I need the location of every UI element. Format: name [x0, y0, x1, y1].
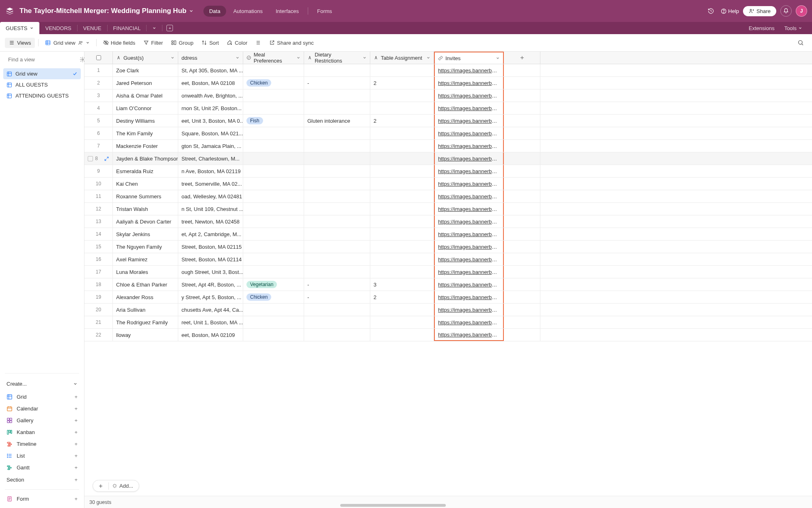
- cell-table[interactable]: [370, 241, 434, 253]
- cell-invites[interactable]: https://images.bannerbea...: [434, 140, 504, 152]
- row-number[interactable]: 15: [84, 241, 113, 253]
- table-row[interactable]: 14 Skylar Jenkins et, Apt 2, Cambridge, …: [84, 228, 812, 241]
- table-row[interactable]: 1 Zoe Clark St, Apt 305, Boston, MA ... …: [84, 64, 812, 77]
- cell-guest[interactable]: The Kim Family: [113, 127, 178, 139]
- cell-guest[interactable]: Mackenzie Foster: [113, 140, 178, 152]
- invite-link[interactable]: https://images.bannerbea...: [438, 269, 500, 275]
- add-record-floating[interactable]: Add...: [93, 480, 139, 492]
- cell-diet[interactable]: [304, 190, 370, 202]
- cell-meal[interactable]: [243, 316, 304, 328]
- cell-diet[interactable]: [304, 64, 370, 76]
- row-number[interactable]: 7: [84, 140, 113, 152]
- table-row[interactable]: 7 Mackenzie Foster gton St, Jamaica Plai…: [84, 140, 812, 152]
- col-table[interactable]: Table Assignment: [370, 52, 434, 64]
- cell-table[interactable]: [370, 190, 434, 202]
- table-row[interactable]: 2 Jared Peterson eet, Boston, MA 02108 C…: [84, 77, 812, 89]
- cell-meal[interactable]: [243, 89, 304, 102]
- tools-button[interactable]: Tools: [780, 22, 807, 34]
- help-button[interactable]: Help: [721, 8, 739, 14]
- table-row[interactable]: 18 Chloe & Ethan Parker Street, Apt 4R, …: [84, 278, 812, 291]
- cell-meal[interactable]: [243, 215, 304, 228]
- view-item[interactable]: Grid view: [3, 68, 81, 79]
- cell-diet[interactable]: [304, 140, 370, 152]
- cell-guest[interactable]: Skylar Jenkins: [113, 228, 178, 240]
- col-meal[interactable]: Meal Preferences: [243, 52, 304, 64]
- extensions-button[interactable]: Extensions: [744, 22, 780, 34]
- table-row[interactable]: 16 Axel Ramirez Street, Boston, MA 02114…: [84, 253, 812, 266]
- cell-guest[interactable]: Axel Ramirez: [113, 253, 178, 265]
- cell-meal[interactable]: [243, 178, 304, 190]
- cell-diet[interactable]: [304, 203, 370, 215]
- cell-table[interactable]: [370, 253, 434, 265]
- create-timeline[interactable]: Timeline+: [4, 438, 80, 450]
- invite-link[interactable]: https://images.bannerbea...: [438, 93, 500, 99]
- cell-table[interactable]: [370, 215, 434, 228]
- cell-meal[interactable]: [243, 266, 304, 278]
- row-number[interactable]: 18: [84, 278, 113, 291]
- invite-link[interactable]: https://images.bannerbea...: [438, 219, 500, 225]
- user-avatar[interactable]: J: [796, 5, 807, 17]
- cell-address[interactable]: Street, Boston, MA 02115: [178, 241, 243, 253]
- cell-address[interactable]: gton St, Jamaica Plain, ...: [178, 140, 243, 152]
- cell-invites[interactable]: https://images.bannerbea...: [434, 253, 504, 265]
- col-invites[interactable]: Invites: [434, 52, 504, 64]
- expand-icon[interactable]: [104, 156, 109, 161]
- nav-automations[interactable]: Automations: [228, 6, 268, 17]
- base-title[interactable]: The Taylor-Mitchell Merger: Wedding Plan…: [19, 7, 194, 15]
- cell-guest[interactable]: Destiny Williams: [113, 115, 178, 127]
- cell-table[interactable]: 2: [370, 77, 434, 89]
- table-row[interactable]: 4 Liam O'Connor rnon St, Unit 2F, Boston…: [84, 102, 812, 115]
- cell-diet[interactable]: Gluten intolerance: [304, 115, 370, 127]
- add-dropdown[interactable]: Add...: [112, 483, 133, 489]
- cell-address[interactable]: treet, Somerville, MA 02...: [178, 178, 243, 190]
- invite-link[interactable]: https://images.bannerbea...: [438, 143, 500, 149]
- cell-meal[interactable]: [243, 190, 304, 202]
- cell-address[interactable]: treet, Newton, MA 02458: [178, 215, 243, 228]
- create-grid[interactable]: Grid+: [4, 391, 80, 403]
- cell-meal[interactable]: [243, 203, 304, 215]
- cell-diet[interactable]: -: [304, 77, 370, 89]
- cell-diet[interactable]: [304, 215, 370, 228]
- table-row[interactable]: 17 Luna Morales ough Street, Unit 3, Bos…: [84, 266, 812, 278]
- cell-diet[interactable]: [304, 304, 370, 316]
- cell-guest[interactable]: The Nguyen Family: [113, 241, 178, 253]
- row-number[interactable]: 19: [84, 291, 113, 303]
- cell-invites[interactable]: https://images.bannerbea...: [434, 304, 504, 316]
- table-row[interactable]: 10 Kai Chen treet, Somerville, MA 02... …: [84, 178, 812, 190]
- cell-invites[interactable]: https://images.bannerbea...: [434, 178, 504, 190]
- invite-link[interactable]: https://images.bannerbea...: [438, 206, 500, 212]
- cell-diet[interactable]: [304, 127, 370, 139]
- cell-table[interactable]: [370, 102, 434, 114]
- cell-invites[interactable]: https://images.bannerbea...: [434, 241, 504, 253]
- row-number[interactable]: 2: [84, 77, 113, 89]
- cell-meal[interactable]: [243, 165, 304, 177]
- create-gantt[interactable]: Gantt+: [4, 462, 80, 473]
- invite-link[interactable]: https://images.bannerbea...: [438, 80, 500, 86]
- cell-guest[interactable]: Zoe Clark: [113, 64, 178, 76]
- cell-address[interactable]: n Ave, Boston, MA 02119: [178, 165, 243, 177]
- col-address[interactable]: ddress: [178, 52, 243, 64]
- cell-address[interactable]: eet, Unit 3, Boston, MA 0...: [178, 115, 243, 127]
- cell-address[interactable]: reet, Unit 1, Boston, MA ...: [178, 316, 243, 328]
- row-number[interactable]: 21: [84, 316, 113, 328]
- invite-link[interactable]: https://images.bannerbea...: [438, 130, 500, 137]
- cell-meal[interactable]: [243, 228, 304, 240]
- invite-link[interactable]: https://images.bannerbea...: [438, 294, 500, 300]
- row-number[interactable]: 13: [84, 215, 113, 228]
- history-icon[interactable]: [705, 5, 717, 17]
- invite-link[interactable]: https://images.bannerbea...: [438, 307, 500, 313]
- table-tab-more[interactable]: [147, 22, 162, 34]
- cell-meal[interactable]: [243, 102, 304, 114]
- table-row[interactable]: 12 Tristan Walsh n St, Unit 109, Chestnu…: [84, 203, 812, 215]
- cell-table[interactable]: [370, 152, 434, 165]
- table-tab-guests[interactable]: GUESTS: [0, 22, 39, 34]
- cell-guest[interactable]: Aria Sullivan: [113, 304, 178, 316]
- cell-diet[interactable]: [304, 152, 370, 165]
- table-row[interactable]: 6 The Kim Family Square, Boston, MA 021.…: [84, 127, 812, 140]
- cell-invites[interactable]: https://images.bannerbea...: [434, 102, 504, 114]
- cell-diet[interactable]: [304, 165, 370, 177]
- group-button[interactable]: Group: [168, 38, 197, 48]
- cell-address[interactable]: y Street, Apt 5, Boston, ...: [178, 291, 243, 303]
- table-row[interactable]: 13 Aaliyah & Devon Carter treet, Newton,…: [84, 215, 812, 228]
- cell-address[interactable]: eet, Boston, MA 02108: [178, 77, 243, 89]
